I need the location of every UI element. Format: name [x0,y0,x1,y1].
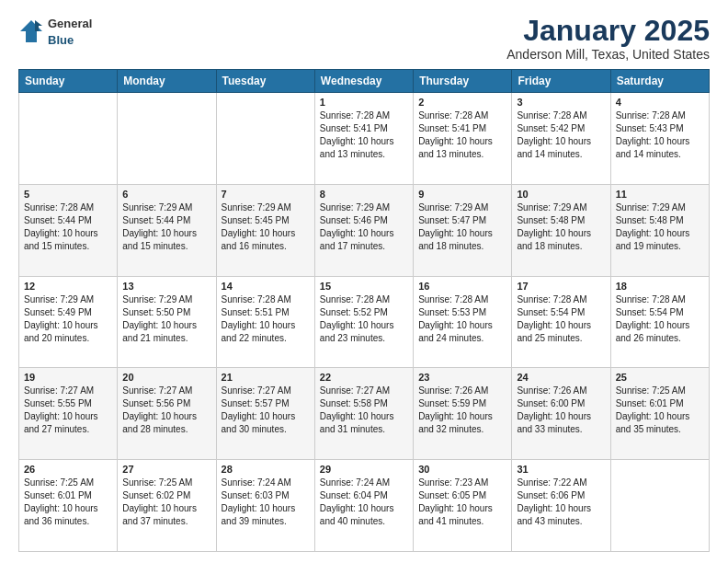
day-number: 2 [418,97,506,108]
day-info: Sunrise: 7:27 AM Sunset: 5:56 PM Dayligh… [122,385,210,436]
day-number: 3 [517,97,605,108]
day-info: Sunrise: 7:28 AM Sunset: 5:54 PM Dayligh… [517,293,605,345]
calendar-cell [610,460,709,552]
header: General Blue January 2025 Anderson Mill,… [18,15,710,62]
calendar-cell: 6Sunrise: 7:29 AM Sunset: 5:44 PM Daylig… [118,184,216,276]
calendar-cell: 2Sunrise: 7:28 AM Sunset: 5:41 PM Daylig… [414,93,512,185]
header-right: January 2025 Anderson Mill, Texas, Unite… [506,15,710,62]
day-info: Sunrise: 7:28 AM Sunset: 5:43 PM Dayligh… [616,109,704,161]
calendar-cell: 18Sunrise: 7:28 AM Sunset: 5:54 PM Dayli… [610,276,709,368]
calendar-cell: 22Sunrise: 7:27 AM Sunset: 5:58 PM Dayli… [314,368,413,460]
day-number: 6 [122,189,210,200]
day-number: 7 [222,189,310,200]
week-row-4: 19Sunrise: 7:27 AM Sunset: 5:55 PM Dayli… [19,368,710,460]
week-row-2: 5Sunrise: 7:28 AM Sunset: 5:44 PM Daylig… [19,184,710,276]
week-row-3: 12Sunrise: 7:29 AM Sunset: 5:49 PM Dayli… [19,276,710,368]
day-info: Sunrise: 7:27 AM Sunset: 5:57 PM Dayligh… [222,385,310,436]
day-number: 20 [122,372,210,383]
logo: General Blue [18,15,92,48]
calendar-cell: 16Sunrise: 7:28 AM Sunset: 5:53 PM Dayli… [414,276,512,368]
calendar-header-row: Sunday Monday Tuesday Wednesday Thursday… [19,70,710,93]
day-number: 17 [517,281,605,292]
day-number: 15 [320,281,408,292]
calendar-cell: 24Sunrise: 7:26 AM Sunset: 6:00 PM Dayli… [512,368,610,460]
calendar-cell: 3Sunrise: 7:28 AM Sunset: 5:42 PM Daylig… [512,93,610,185]
calendar-cell: 31Sunrise: 7:22 AM Sunset: 6:06 PM Dayli… [512,460,610,552]
col-friday: Friday [512,70,610,93]
col-tuesday: Tuesday [216,70,314,93]
day-number: 24 [517,372,605,383]
calendar-cell: 19Sunrise: 7:27 AM Sunset: 5:55 PM Dayli… [19,368,118,460]
col-thursday: Thursday [414,70,512,93]
day-number: 18 [616,281,704,292]
day-number: 19 [24,372,112,383]
day-info: Sunrise: 7:29 AM Sunset: 5:46 PM Dayligh… [320,201,408,253]
day-number: 1 [320,97,408,108]
day-number: 16 [418,281,506,292]
day-info: Sunrise: 7:28 AM Sunset: 5:53 PM Dayligh… [418,293,506,345]
day-info: Sunrise: 7:28 AM Sunset: 5:44 PM Dayligh… [24,201,112,253]
day-info: Sunrise: 7:29 AM Sunset: 5:47 PM Dayligh… [418,201,506,253]
day-number: 5 [24,189,112,200]
day-number: 26 [24,464,112,475]
day-number: 13 [122,281,210,292]
col-sunday: Sunday [19,70,118,93]
day-info: Sunrise: 7:28 AM Sunset: 5:51 PM Dayligh… [222,293,310,345]
calendar-cell [19,93,118,185]
day-number: 14 [222,281,310,292]
calendar-cell: 21Sunrise: 7:27 AM Sunset: 5:57 PM Dayli… [216,368,314,460]
calendar-cell: 23Sunrise: 7:26 AM Sunset: 5:59 PM Dayli… [414,368,512,460]
day-number: 4 [616,97,704,108]
day-info: Sunrise: 7:26 AM Sunset: 5:59 PM Dayligh… [418,385,506,436]
calendar-cell [216,93,314,185]
col-saturday: Saturday [610,70,709,93]
calendar-subtitle: Anderson Mill, Texas, United States [506,47,710,62]
calendar-cell: 9Sunrise: 7:29 AM Sunset: 5:47 PM Daylig… [414,184,512,276]
day-info: Sunrise: 7:28 AM Sunset: 5:52 PM Dayligh… [320,293,408,345]
day-info: Sunrise: 7:26 AM Sunset: 6:00 PM Dayligh… [517,385,605,436]
calendar-table: Sunday Monday Tuesday Wednesday Thursday… [18,69,710,552]
calendar-cell: 13Sunrise: 7:29 AM Sunset: 5:50 PM Dayli… [118,276,216,368]
logo-blue: Blue [48,33,74,47]
day-number: 8 [320,189,408,200]
day-info: Sunrise: 7:28 AM Sunset: 5:42 PM Dayligh… [517,109,605,161]
day-info: Sunrise: 7:29 AM Sunset: 5:44 PM Dayligh… [122,201,210,253]
day-info: Sunrise: 7:29 AM Sunset: 5:49 PM Dayligh… [24,293,112,345]
calendar-cell: 7Sunrise: 7:29 AM Sunset: 5:45 PM Daylig… [216,184,314,276]
day-info: Sunrise: 7:28 AM Sunset: 5:41 PM Dayligh… [418,109,506,161]
day-info: Sunrise: 7:28 AM Sunset: 5:54 PM Dayligh… [616,293,704,345]
day-number: 31 [517,464,605,475]
calendar-cell: 30Sunrise: 7:23 AM Sunset: 6:05 PM Dayli… [414,460,512,552]
calendar-cell: 10Sunrise: 7:29 AM Sunset: 5:48 PM Dayli… [512,184,610,276]
col-wednesday: Wednesday [314,70,413,93]
calendar-title: January 2025 [506,15,710,47]
calendar-cell: 1Sunrise: 7:28 AM Sunset: 5:41 PM Daylig… [314,93,413,185]
calendar-cell: 20Sunrise: 7:27 AM Sunset: 5:56 PM Dayli… [118,368,216,460]
calendar-cell: 28Sunrise: 7:24 AM Sunset: 6:03 PM Dayli… [216,460,314,552]
day-number: 21 [222,372,310,383]
day-info: Sunrise: 7:27 AM Sunset: 5:55 PM Dayligh… [24,385,112,436]
day-number: 22 [320,372,408,383]
day-number: 9 [418,189,506,200]
calendar-cell: 5Sunrise: 7:28 AM Sunset: 5:44 PM Daylig… [19,184,118,276]
calendar-cell: 14Sunrise: 7:28 AM Sunset: 5:51 PM Dayli… [216,276,314,368]
logo-icon [18,18,44,44]
day-number: 29 [320,464,408,475]
day-info: Sunrise: 7:29 AM Sunset: 5:50 PM Dayligh… [122,293,210,345]
col-monday: Monday [118,70,216,93]
page: General Blue January 2025 Anderson Mill,… [0,0,728,563]
calendar-cell: 29Sunrise: 7:24 AM Sunset: 6:04 PM Dayli… [314,460,413,552]
day-info: Sunrise: 7:29 AM Sunset: 5:48 PM Dayligh… [517,201,605,253]
calendar-cell: 15Sunrise: 7:28 AM Sunset: 5:52 PM Dayli… [314,276,413,368]
day-info: Sunrise: 7:27 AM Sunset: 5:58 PM Dayligh… [320,385,408,436]
logo-text: General Blue [48,15,92,48]
calendar-cell: 11Sunrise: 7:29 AM Sunset: 5:48 PM Dayli… [610,184,709,276]
day-info: Sunrise: 7:29 AM Sunset: 5:48 PM Dayligh… [616,201,704,253]
day-number: 30 [418,464,506,475]
day-number: 23 [418,372,506,383]
day-info: Sunrise: 7:28 AM Sunset: 5:41 PM Dayligh… [320,109,408,161]
day-number: 10 [517,189,605,200]
day-info: Sunrise: 7:25 AM Sunset: 6:01 PM Dayligh… [616,385,704,436]
day-info: Sunrise: 7:25 AM Sunset: 6:01 PM Dayligh… [24,477,112,528]
day-info: Sunrise: 7:24 AM Sunset: 6:03 PM Dayligh… [222,477,310,528]
